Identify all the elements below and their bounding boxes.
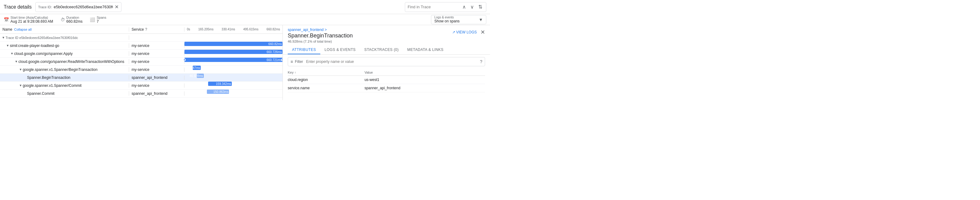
expand-button[interactable]: ▼ bbox=[10, 52, 14, 55]
filter-input[interactable] bbox=[306, 60, 478, 64]
row-name-cell: ▼simil:create-player-loadtest-go bbox=[0, 43, 129, 48]
tab-attributes[interactable]: ATTRIBUTES bbox=[288, 46, 320, 54]
row-label: Trace ID e5b0edceec6265d6ea1bee7630f016d… bbox=[6, 36, 78, 39]
close-panel-button[interactable]: ✕ bbox=[480, 29, 485, 36]
expand-nav-button[interactable]: ⇅ bbox=[477, 3, 484, 10]
timeline-tick: 330.41ms bbox=[222, 28, 235, 31]
row-service-cell: my-service bbox=[129, 60, 185, 64]
service-help-icon[interactable]: ? bbox=[145, 27, 147, 31]
table-row[interactable]: ▼google.spanner.v1.Spanner/Commitmy-serv… bbox=[0, 82, 283, 90]
table-row[interactable]: ▼cloud.google.com/go/spanner.ReadWriteTr… bbox=[0, 58, 283, 66]
timeline-bar: 660.721ms bbox=[185, 58, 283, 62]
expand-button[interactable]: ▼ bbox=[18, 84, 23, 87]
start-time-item: 📅 Start time (Asia/Calcutta) Aug 21 at 9… bbox=[4, 16, 53, 24]
view-logs-button[interactable]: ↗ VIEW LOGS bbox=[452, 30, 477, 35]
row-label: google.spanner.v1.Spanner/Commit bbox=[23, 83, 81, 88]
spans-icon: ⬜ bbox=[90, 17, 95, 22]
indent-spacer bbox=[1, 59, 14, 64]
row-label: google.spanner.v1.Spanner/BeginTransacti… bbox=[23, 68, 97, 72]
table-row[interactable]: ▼google.spanner.v1.Spanner/BeginTransact… bbox=[0, 66, 283, 74]
filter-label: Filter bbox=[295, 60, 303, 64]
start-time-label: Start time (Asia/Calcutta) bbox=[10, 16, 53, 19]
row-label: cloud.google.com/go/spanner.ReadWriteTra… bbox=[18, 60, 124, 64]
key-col-header: Key ↑ bbox=[288, 69, 364, 76]
trace-id-label: Trace ID: bbox=[38, 5, 52, 9]
timeline-tick: 495.615ms bbox=[243, 28, 258, 31]
row-timeline-cell: 660.82ms bbox=[185, 42, 283, 49]
indent-spacer bbox=[1, 51, 10, 56]
indent-spacer bbox=[1, 43, 6, 48]
timeline-bar: 150.863ms bbox=[207, 90, 229, 94]
row-name-cell: ▼cloud.google.com/go/spanner.ReadWriteTr… bbox=[0, 59, 129, 64]
page-title: Trace details bbox=[4, 4, 32, 10]
expand-button[interactable]: ▼ bbox=[1, 36, 6, 39]
collapse-all-button[interactable]: Collapse all bbox=[14, 28, 32, 31]
right-panel-header: spanner_api_frontend > Spanner.BeginTran… bbox=[283, 25, 490, 55]
expand-button[interactable]: ▼ bbox=[14, 60, 18, 63]
name-col-label: Name bbox=[2, 27, 12, 31]
help-icon[interactable]: ? bbox=[480, 59, 482, 64]
value-col-header: Value bbox=[364, 69, 485, 76]
table-row[interactable]: ▼simil:create-player-loadtest-gomy-servi… bbox=[0, 42, 283, 50]
table-row[interactable]: Spanner.Commitspanner_api_frontend150.86… bbox=[0, 90, 283, 98]
row-service-cell: spanner_api_frontend bbox=[129, 91, 185, 96]
table-row[interactable]: ▼cloud.google.com/go/spanner.Applymy-ser… bbox=[0, 50, 283, 58]
duration-item: ⏱ Duration 660.82ms bbox=[60, 16, 83, 24]
timeline-tick: 660.82ms bbox=[267, 28, 280, 31]
bar-label: 660.721ms bbox=[267, 58, 282, 61]
prev-nav-button[interactable]: ∧ bbox=[461, 3, 467, 10]
find-in-trace-wrap: ∧ ∨ ⇅ bbox=[405, 2, 486, 12]
row-label: Spanner.Commit bbox=[27, 91, 54, 96]
tab-logs_events[interactable]: LOGS & EVENTS bbox=[320, 46, 360, 54]
expand-button[interactable]: ▼ bbox=[18, 68, 23, 71]
tab-stacktraces[interactable]: STACKTRACES (0) bbox=[360, 46, 403, 54]
row-service-cell: my-service bbox=[129, 44, 185, 48]
duration-label: Duration bbox=[67, 16, 83, 19]
trace-panel: Name Collapse all Service ? 0s165.205ms3… bbox=[0, 25, 283, 100]
attr-row: cloud.regionus-west1 bbox=[288, 76, 485, 84]
indent-spacer bbox=[1, 67, 18, 72]
timeline-tick: 165.205ms bbox=[198, 28, 213, 31]
row-label: simil:create-player-loadtest-go bbox=[10, 44, 59, 48]
row-timeline-cell: 660.721ms bbox=[185, 58, 283, 65]
timeline-header: 0s165.205ms330.41ms495.615ms660.82ms bbox=[185, 28, 283, 31]
col-service-header: Service ? bbox=[129, 27, 185, 31]
row-name-cell: ▼Trace ID e5b0edceec6265d6ea1bee7630f016… bbox=[0, 35, 129, 40]
clock-icon: ⏱ bbox=[60, 17, 65, 22]
external-link-icon: ↗ bbox=[452, 30, 455, 35]
main-area: Name Collapse all Service ? 0s165.205ms3… bbox=[0, 25, 490, 100]
tab-metadata[interactable]: METADATA & LINKS bbox=[403, 46, 448, 54]
row-label: Spanner.BeginTransaction bbox=[27, 76, 70, 80]
timeline-bar: 46.928ms bbox=[197, 74, 204, 78]
expand-button[interactable]: ▼ bbox=[6, 44, 10, 47]
row-timeline-cell: 159.342ms bbox=[185, 82, 283, 89]
right-panel-body: ≡ Filter ? Key ↑ Value cloud.regionus-we… bbox=[283, 55, 490, 100]
row-timeline-cell: 660.726ms bbox=[185, 50, 283, 57]
timeline-bar: 55.47ms bbox=[193, 66, 201, 70]
attr-row: service.namespanner_api_frontend bbox=[288, 84, 485, 92]
chevron-down-icon: ▼ bbox=[479, 17, 483, 22]
logs-events-dropdown[interactable]: Logs & events Show on spans ▼ bbox=[431, 15, 486, 24]
right-panel: spanner_api_frontend > Spanner.BeginTran… bbox=[283, 25, 490, 100]
next-nav-button[interactable]: ∨ bbox=[469, 3, 475, 10]
trace-id-input[interactable] bbox=[54, 5, 113, 9]
row-service-cell: my-service bbox=[129, 68, 185, 72]
filter-bar: ≡ Filter ? bbox=[288, 57, 485, 66]
timeline-tick: 0s bbox=[187, 28, 190, 31]
filter-icon: ≡ bbox=[291, 59, 293, 64]
view-logs-label: VIEW LOGS bbox=[456, 30, 477, 35]
row-name-cell: ▼google.spanner.v1.Spanner/Commit bbox=[0, 83, 129, 88]
table-row[interactable]: Spanner.BeginTransactionspanner_api_fron… bbox=[0, 74, 283, 82]
span-dot bbox=[183, 58, 186, 61]
bar-label: 55.47ms bbox=[188, 66, 200, 69]
bar-label: 660.726ms bbox=[267, 50, 282, 54]
span-meta: 46.928ms (7.1% of total time) bbox=[288, 39, 353, 43]
header: Trace details Trace ID: ✕ ∧ ∨ ⇅ bbox=[0, 0, 490, 14]
find-in-trace-input[interactable] bbox=[407, 5, 459, 9]
attr-key: cloud.region bbox=[288, 76, 364, 84]
close-icon[interactable]: ✕ bbox=[115, 4, 119, 10]
sort-icon[interactable]: ↑ bbox=[294, 71, 296, 74]
rows-container: ▼Trace ID e5b0edceec6265d6ea1bee7630f016… bbox=[0, 34, 283, 98]
spans-value: 7 bbox=[97, 19, 106, 24]
table-row[interactable]: ▼Trace ID e5b0edceec6265d6ea1bee7630f016… bbox=[0, 34, 283, 42]
